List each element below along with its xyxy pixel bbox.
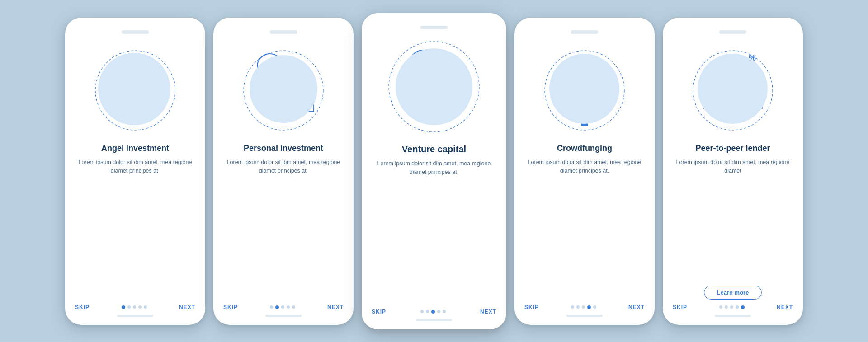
home-indicator-1 bbox=[117, 315, 153, 317]
dot-3-3 bbox=[437, 310, 440, 313]
circle-bg-2 bbox=[250, 55, 317, 123]
dot-2-1 bbox=[275, 305, 279, 309]
dot-1-4 bbox=[144, 305, 147, 309]
dot-5-2 bbox=[730, 305, 733, 309]
next-button-2[interactable]: NEXT bbox=[327, 304, 344, 310]
illustration-angel: $ $ bbox=[85, 39, 185, 139]
dot-2-3 bbox=[287, 305, 290, 309]
skip-button-1[interactable]: SKIP bbox=[75, 304, 90, 310]
dot-2-0 bbox=[270, 305, 273, 309]
learn-more-button[interactable]: Learn more bbox=[704, 286, 762, 300]
next-button-1[interactable]: NEXT bbox=[179, 304, 195, 310]
dot-4-4 bbox=[593, 305, 596, 309]
illustration-personal: $ $ $ bbox=[234, 39, 333, 139]
phone-peer-to-peer: % Peer-to-peer lender Lorem ipsum do bbox=[663, 18, 803, 325]
circle-bg-5 bbox=[698, 54, 768, 124]
dots-1 bbox=[122, 305, 147, 309]
dot-4-3 bbox=[587, 305, 591, 309]
dot-4-1 bbox=[576, 305, 580, 309]
phone-body-4: Lorem ipsum dolor sit dim amet, mea regi… bbox=[524, 158, 645, 300]
dot-3-2 bbox=[431, 310, 435, 314]
home-indicator-3 bbox=[416, 319, 452, 321]
dots-4 bbox=[571, 305, 596, 309]
phone-angel-investment: $ $ Angel investment Lorem ipsum dolo bbox=[65, 18, 205, 325]
circle-bg-3 bbox=[396, 48, 472, 125]
phone-notch-2 bbox=[270, 30, 297, 34]
skip-button-4[interactable]: SKIP bbox=[524, 304, 539, 310]
dot-2-4 bbox=[292, 305, 295, 309]
home-indicator-2 bbox=[265, 315, 302, 317]
dot-4-2 bbox=[582, 305, 585, 309]
dot-1-3 bbox=[138, 305, 142, 309]
next-button-4[interactable]: NEXT bbox=[628, 304, 645, 310]
illustration-venture: $ $ bbox=[382, 35, 486, 139]
phone-notch-4 bbox=[571, 30, 598, 34]
phone-title-1: Angel investment bbox=[101, 143, 169, 154]
phone-footer-5: SKIP NEXT bbox=[673, 304, 793, 310]
dot-5-0 bbox=[719, 305, 722, 309]
dot-1-0 bbox=[122, 305, 125, 309]
phone-footer-2: SKIP NEXT bbox=[223, 304, 344, 310]
dot-5-3 bbox=[736, 305, 739, 309]
circle-bg-1 bbox=[98, 53, 170, 125]
phone-footer-4: SKIP NEXT bbox=[524, 304, 645, 310]
home-indicator-4 bbox=[566, 315, 603, 317]
dots-5 bbox=[719, 305, 745, 309]
phone-venture-capital: $ $ Venture capital bbox=[362, 13, 506, 329]
dot-5-1 bbox=[725, 305, 728, 309]
phone-body-2: Lorem ipsum dolor sit dim amet, mea regi… bbox=[223, 158, 344, 300]
phone-title-5: Peer-to-peer lender bbox=[695, 143, 770, 154]
dot-5-4 bbox=[741, 305, 745, 309]
next-button-5[interactable]: NEXT bbox=[777, 304, 793, 310]
dot-1-1 bbox=[127, 305, 131, 309]
phone-body-3: Lorem ipsum dolor sit dim amet, mea regi… bbox=[372, 159, 496, 304]
illustration-peer: % bbox=[683, 39, 783, 139]
dot-4-0 bbox=[571, 305, 574, 309]
dot-3-0 bbox=[420, 310, 424, 313]
dot-2-2 bbox=[281, 305, 284, 309]
phone-personal-investment: $ $ $ bbox=[213, 18, 354, 325]
dot-1-2 bbox=[133, 305, 136, 309]
phone-title-4: Crowdfunging bbox=[557, 143, 612, 154]
skip-button-5[interactable]: SKIP bbox=[673, 304, 687, 310]
phones-container: $ $ Angel investment Lorem ipsum dolo bbox=[65, 13, 803, 329]
phone-crowdfunding: $ Crowdfunging Lorem ipsum dolor sit bbox=[514, 18, 655, 325]
dot-3-4 bbox=[443, 310, 446, 313]
dots-2 bbox=[270, 305, 295, 309]
phone-notch-3 bbox=[420, 26, 448, 29]
illustration-crowdfunding: $ bbox=[535, 39, 634, 139]
dot-3-1 bbox=[426, 310, 429, 313]
phone-title-3: Venture capital bbox=[402, 143, 466, 155]
phone-notch-5 bbox=[719, 30, 746, 34]
circle-bg-4 bbox=[549, 54, 619, 124]
phone-footer-3: SKIP NEXT bbox=[372, 309, 496, 315]
next-button-3[interactable]: NEXT bbox=[480, 309, 496, 315]
phone-footer-1: SKIP NEXT bbox=[75, 304, 195, 310]
phone-body-5: Lorem ipsum dolor sit dim amet, mea regi… bbox=[673, 158, 793, 283]
phone-body-1: Lorem ipsum dolor sit dim amet, mea regi… bbox=[75, 158, 195, 300]
dots-3 bbox=[420, 310, 446, 314]
home-indicator-5 bbox=[715, 315, 751, 317]
phone-notch-1 bbox=[122, 30, 149, 34]
skip-button-2[interactable]: SKIP bbox=[223, 304, 238, 310]
phone-title-2: Personal investment bbox=[244, 143, 323, 154]
skip-button-3[interactable]: SKIP bbox=[372, 309, 386, 315]
